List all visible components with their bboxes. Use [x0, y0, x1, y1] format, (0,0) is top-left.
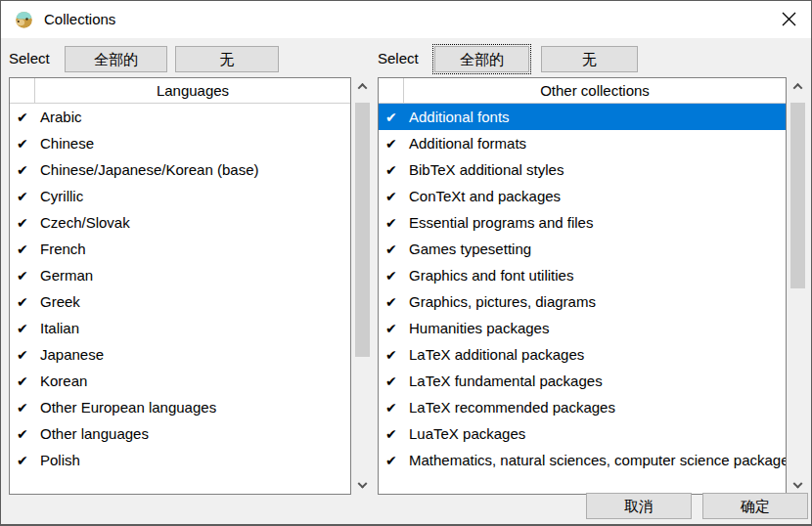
check-mark-icon: ✔ [10, 448, 33, 473]
check-mark-icon: ✔ [10, 369, 33, 394]
languages-list-header: Languages [10, 78, 350, 104]
check-mark-icon: ✔ [379, 395, 402, 420]
list-item[interactable]: ✔LaTeX additional packages [379, 341, 786, 368]
list-item-label: LuaTeX packages [402, 425, 525, 442]
scroll-up-icon[interactable] [353, 77, 372, 95]
list-item[interactable]: ✔Other European languages [10, 394, 350, 420]
check-mark-icon: ✔ [10, 342, 33, 368]
scroll-down-icon[interactable] [353, 477, 372, 495]
check-mark-icon: ✔ [379, 289, 402, 315]
collections-scrollbar-thumb[interactable] [790, 103, 805, 288]
list-item[interactable]: ✔Chinese/Japanese/Korean (base) [10, 156, 350, 183]
check-mark-icon: ✔ [379, 342, 402, 368]
list-item[interactable]: ✔Greek [10, 288, 350, 315]
list-item-label: French [33, 241, 86, 257]
window-title: Collections [44, 1, 115, 38]
check-mark-icon: ✔ [10, 237, 33, 262]
list-item-label: Korean [33, 373, 87, 389]
check-mark-icon: ✔ [10, 421, 33, 447]
list-item[interactable]: ✔Additional formats [379, 130, 786, 156]
list-item[interactable]: ✔LuaTeX packages [379, 420, 786, 447]
check-mark-icon: ✔ [10, 210, 33, 236]
list-item[interactable]: ✔German [10, 262, 350, 288]
list-item[interactable]: ✔Italian [10, 315, 350, 341]
list-item-label: ConTeXt and packages [402, 188, 561, 204]
check-mark-icon: ✔ [10, 395, 33, 420]
list-item-label: BibTeX additional styles [402, 161, 564, 178]
check-mark-icon: ✔ [379, 448, 402, 473]
check-mark-icon: ✔ [10, 131, 33, 156]
list-item-label: Chinese/Japanese/Korean (base) [33, 161, 258, 178]
list-item[interactable]: ✔LaTeX fundamental packages [379, 368, 786, 394]
list-item[interactable]: ✔Graphics, pictures, diagrams [379, 288, 786, 315]
right-select-label: Select [378, 45, 419, 71]
check-mark-icon: ✔ [379, 210, 402, 236]
collections-list-header: Other collections [379, 78, 786, 104]
close-button[interactable] [772, 4, 805, 33]
right-select-all-button[interactable]: 全部的 [434, 46, 529, 72]
list-item[interactable]: ✔LaTeX recommended packages [379, 394, 786, 420]
collections-header-label: Other collections [404, 78, 786, 103]
check-mark-icon: ✔ [10, 289, 33, 315]
ok-button[interactable]: 确定 [702, 493, 808, 519]
left-select-label: Select [9, 45, 50, 71]
check-mark-icon: ✔ [379, 105, 402, 130]
scroll-up-icon[interactable] [789, 77, 807, 95]
check-mark-icon: ✔ [10, 316, 33, 341]
list-item-label: Games typesetting [402, 241, 531, 257]
check-mark-icon: ✔ [379, 157, 402, 183]
list-item[interactable]: ✔French [10, 236, 350, 262]
list-item-label: LaTeX recommended packages [402, 399, 615, 416]
list-item-label: Additional formats [402, 135, 526, 152]
check-mark-icon: ✔ [379, 184, 402, 209]
list-item[interactable]: ✔Humanities packages [379, 315, 786, 341]
check-mark-icon: ✔ [10, 157, 33, 183]
check-mark-icon: ✔ [379, 263, 402, 288]
list-item[interactable]: ✔BibTeX additional styles [379, 156, 786, 183]
left-select-all-button[interactable]: 全部的 [65, 46, 167, 72]
list-item[interactable]: ✔Chinese [10, 130, 350, 156]
list-item-label: Additional fonts [402, 109, 510, 125]
check-mark-icon: ✔ [379, 131, 402, 156]
right-select-none-button[interactable]: 无 [541, 46, 638, 72]
languages-listbox: Languages ✔Arabic✔Chinese✔Chinese/Japane… [9, 77, 351, 495]
list-item[interactable]: ✔Essential programs and files [379, 209, 786, 236]
list-item[interactable]: ✔Arabic [10, 104, 350, 130]
check-mark-icon: ✔ [379, 237, 402, 262]
check-mark-icon: ✔ [379, 369, 402, 394]
languages-header-label: Languages [35, 78, 350, 103]
list-item-label: Italian [33, 320, 79, 336]
left-select-none-button[interactable]: 无 [175, 46, 279, 72]
languages-scrollbar-thumb[interactable] [355, 103, 370, 357]
close-icon [782, 12, 796, 26]
list-item-label: Graphics and font utilities [402, 267, 573, 284]
check-mark-icon: ✔ [10, 105, 33, 130]
title-bar: Collections [1, 1, 811, 38]
list-item-label: Other European languages [33, 399, 216, 416]
texlive-app-icon [14, 9, 34, 29]
list-item[interactable]: ✔Polish [10, 447, 350, 473]
list-item[interactable]: ✔Korean [10, 368, 350, 394]
collections-dialog: Collections Select 全部的 无 Select 全部的 无 La… [0, 0, 812, 526]
list-item[interactable]: ✔ConTeXt and packages [379, 183, 786, 209]
list-item-label: Mathematics, natural sciences, computer … [402, 452, 786, 468]
languages-scrollbar[interactable] [353, 77, 372, 495]
list-item[interactable]: ✔Games typesetting [379, 236, 786, 262]
list-item[interactable]: ✔Japanese [10, 341, 350, 368]
list-item-label: LaTeX fundamental packages [402, 373, 603, 389]
column-separator [34, 78, 35, 104]
list-item[interactable]: ✔Additional fonts [379, 104, 786, 130]
list-item[interactable]: ✔Czech/Slovak [10, 209, 350, 236]
collections-scrollbar[interactable] [789, 77, 807, 495]
list-item-label: Arabic [33, 109, 82, 125]
languages-list: ✔Arabic✔Chinese✔Chinese/Japanese/Korean … [10, 104, 350, 473]
list-item-label: Polish [33, 452, 80, 468]
list-item[interactable]: ✔Cyrillic [10, 183, 350, 209]
list-item[interactable]: ✔Other languages [10, 420, 350, 447]
list-item[interactable]: ✔Graphics and font utilities [379, 262, 786, 288]
column-separator [403, 78, 404, 104]
cancel-button[interactable]: 取消 [586, 493, 692, 519]
list-item-label: Japanese [33, 346, 104, 363]
list-item[interactable]: ✔Mathematics, natural sciences, computer… [379, 447, 786, 473]
list-item-label: Chinese [33, 135, 94, 152]
